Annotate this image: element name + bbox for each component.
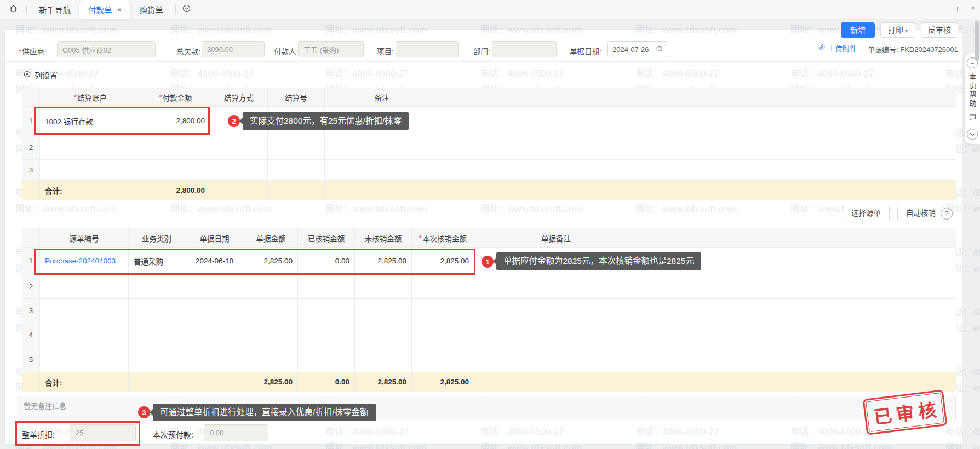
cell-amount[interactable]: 2,825.00 xyxy=(244,248,298,274)
doc-date-input[interactable]: 2024-07-26 xyxy=(607,41,668,57)
scroll-up-icon[interactable]: ↑ xyxy=(955,4,959,13)
cell-unwritten[interactable] xyxy=(355,347,412,372)
cell-amount[interactable] xyxy=(244,299,298,323)
row-index[interactable]: 2 xyxy=(22,274,40,299)
row-index[interactable]: 2 xyxy=(22,135,40,160)
tab-history-button[interactable] xyxy=(179,0,194,19)
print-button[interactable]: 打印▾ xyxy=(880,22,915,38)
caret-down-icon: ▾ xyxy=(905,28,908,34)
cell-written_off[interactable]: 0.00 xyxy=(298,248,355,274)
cell-amount[interactable] xyxy=(141,160,210,181)
payer-label: 付款人: xyxy=(274,45,298,56)
divider xyxy=(175,5,176,14)
cell-settle_no[interactable] xyxy=(268,160,325,181)
cell-current[interactable] xyxy=(412,323,474,347)
cell-doc_no[interactable] xyxy=(40,347,129,372)
cell-doc_no[interactable] xyxy=(40,274,129,299)
corner-close-icon[interactable]: × xyxy=(971,4,975,12)
required-asterisk: * xyxy=(74,93,77,101)
row-index[interactable]: 3 xyxy=(22,299,40,323)
row-spacer xyxy=(439,107,956,135)
cell-amount[interactable]: 2,800.00 xyxy=(141,107,210,135)
cell-biz_type[interactable]: 普通采购 xyxy=(129,248,185,274)
cell-doc_no[interactable]: Purchase-202404003 xyxy=(40,248,129,274)
help-icon[interactable]: ? xyxy=(941,208,953,220)
cell-current[interactable] xyxy=(412,274,474,299)
cell-biz_type[interactable] xyxy=(129,299,185,323)
chevron-down-circle-icon[interactable] xyxy=(967,129,978,140)
cell-unwritten[interactable] xyxy=(355,299,412,323)
cell-remark[interactable] xyxy=(474,274,638,299)
select-source-button[interactable]: 选择源单 xyxy=(843,206,890,221)
row-index[interactable]: 5 xyxy=(22,347,40,372)
cell-amount[interactable] xyxy=(244,274,298,299)
column-header-label: 未核销金额 xyxy=(365,233,402,244)
tab-close-icon[interactable]: × xyxy=(117,5,122,14)
row-index[interactable]: 1 xyxy=(22,107,40,135)
auto-writeoff-button[interactable]: 自动核销 xyxy=(897,206,944,221)
feedback-chat-icon[interactable] xyxy=(968,113,977,124)
tab-1[interactable]: 付款单× xyxy=(79,0,130,19)
cell-unwritten[interactable]: 2,825.00 xyxy=(355,248,412,274)
cell-date[interactable] xyxy=(185,299,244,323)
tab-0[interactable]: 新手导航 xyxy=(30,0,79,19)
cell-remark[interactable] xyxy=(325,160,439,181)
row-index[interactable]: 1 xyxy=(22,248,40,274)
cell-amount[interactable] xyxy=(244,347,298,372)
cell-doc_no[interactable] xyxy=(40,323,129,347)
upload-attachment-link[interactable]: 上传附件 xyxy=(818,43,857,53)
row-index-header xyxy=(22,88,40,107)
cell-remark[interactable] xyxy=(474,299,638,323)
cell-date[interactable] xyxy=(185,347,244,372)
home-button[interactable] xyxy=(3,0,23,19)
source-table: 源单编号业务类别单据日期单据金额已核销金额未核销金额*本次核销金额单据备注1Pu… xyxy=(22,228,956,392)
cell-biz_type[interactable] xyxy=(129,323,185,347)
cell-date[interactable]: 2024-06-10 xyxy=(185,248,244,274)
cell-doc_no[interactable] xyxy=(40,299,129,323)
cell-method[interactable] xyxy=(210,135,268,160)
column-header-label: 备注 xyxy=(375,92,389,103)
column-header: 单据日期 xyxy=(185,228,244,248)
column-settings-button[interactable]: 列设置 xyxy=(23,70,58,80)
cell-account[interactable] xyxy=(40,160,141,181)
tab-label: 付款单 xyxy=(88,4,112,15)
cell-unwritten[interactable] xyxy=(355,323,412,347)
cell-current[interactable] xyxy=(412,299,474,323)
cell-account[interactable] xyxy=(40,135,141,160)
tab-2[interactable]: 购货单 xyxy=(130,0,172,19)
column-header: 未核销金额 xyxy=(355,228,412,248)
cell-settle_no[interactable] xyxy=(268,135,325,160)
cell-unwritten[interactable] xyxy=(355,274,412,299)
row-index[interactable]: 4 xyxy=(22,323,40,347)
discount-input: 25 xyxy=(70,424,136,441)
cell-current[interactable] xyxy=(412,347,474,372)
cell-biz_type[interactable] xyxy=(129,274,185,299)
cell-written_off[interactable] xyxy=(298,274,355,299)
column-header-label: 结算方式 xyxy=(224,92,254,103)
total-amount: 2,800.00 xyxy=(141,181,210,200)
cell-current[interactable]: 2,825.00 xyxy=(412,248,474,274)
column-header: *本次核销金额 xyxy=(412,228,474,248)
cell-account[interactable]: 1002 银行存款 xyxy=(40,107,141,135)
column-header: 已核销金额 xyxy=(298,228,355,248)
cell-written_off[interactable] xyxy=(298,323,355,347)
cell-remark[interactable] xyxy=(325,135,439,160)
row-index[interactable]: 3 xyxy=(22,160,40,181)
cell-date[interactable] xyxy=(185,274,244,299)
cell-date[interactable] xyxy=(185,323,244,347)
cell-remark[interactable] xyxy=(474,347,638,372)
cell-written_off[interactable] xyxy=(298,347,355,372)
cell-amount[interactable] xyxy=(141,135,210,160)
cell-amount[interactable] xyxy=(244,323,298,347)
calendar-icon[interactable] xyxy=(656,45,663,54)
cell-written_off[interactable] xyxy=(298,299,355,323)
cell-method[interactable] xyxy=(210,160,268,181)
cell-remark[interactable] xyxy=(474,323,638,347)
source-doc-link[interactable]: Purchase-202404003 xyxy=(45,257,116,265)
unapprove-button[interactable]: 反审核 xyxy=(921,22,958,38)
cell-biz_type[interactable] xyxy=(129,347,185,372)
tab-list: 新手导航付款单×购货单 xyxy=(30,0,172,19)
vertical-scrollbar-thumb[interactable] xyxy=(975,21,979,61)
add-button[interactable]: 新增 xyxy=(841,22,875,38)
row-spacer xyxy=(439,135,956,160)
